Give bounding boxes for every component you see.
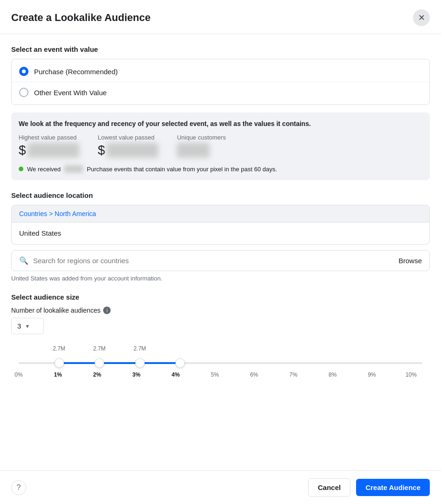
slider-track-container xyxy=(19,358,422,368)
browse-button[interactable]: Browse xyxy=(399,257,422,265)
lowest-label: Lowest value passed xyxy=(98,134,159,141)
help-button[interactable]: ? xyxy=(11,480,26,495)
received-row: We received Purchase events that contain… xyxy=(19,165,422,173)
unique-value xyxy=(177,143,226,158)
lowest-dollar: $ xyxy=(98,143,105,158)
pct-6: 6% xyxy=(250,371,258,378)
slider-section: 2.7M 2.7M 2.7M 0 xyxy=(11,345,430,378)
location-title: Select audience location xyxy=(11,191,430,199)
close-button[interactable]: ✕ xyxy=(413,9,430,26)
pct-0: 0% xyxy=(14,371,22,378)
audience-size-section: Select audience size Number of lookalike… xyxy=(11,293,430,378)
modal-footer: ? Cancel Create Audience xyxy=(0,470,441,504)
highest-blurred xyxy=(28,143,79,158)
breadcrumb-sep: > xyxy=(49,210,53,217)
slider-track xyxy=(19,362,422,364)
slider-top-label-3: 2.7M xyxy=(133,345,146,352)
pct-10: 10% xyxy=(406,371,417,378)
metric-lowest: Lowest value passed $ xyxy=(98,134,159,158)
pct-2: 2% xyxy=(93,371,101,378)
number-dropdown[interactable]: 3 ▼ xyxy=(11,318,44,334)
search-icon: 🔍 xyxy=(19,256,28,265)
dropdown-value: 3 xyxy=(17,322,21,330)
metrics-row: Highest value passed $ Lowest value pass… xyxy=(19,134,422,158)
event-section-title: Select an event with value xyxy=(11,45,430,53)
location-note: United States was added from your accoun… xyxy=(11,275,430,282)
green-dot-icon xyxy=(19,167,23,171)
option-other-label: Other Event With Value xyxy=(34,89,107,97)
slider-top-label-1: 2.7M xyxy=(53,345,65,352)
radio-purchase-circle xyxy=(19,67,28,76)
highest-label: Highest value passed xyxy=(19,134,79,141)
pct-9: 9% xyxy=(368,371,376,378)
pct-3: 3% xyxy=(133,371,140,378)
received-suffix: Purchase events that contain value from … xyxy=(87,166,277,173)
metric-unique: Unique customers xyxy=(177,134,226,158)
chevron-down-icon: ▼ xyxy=(25,323,30,329)
option-purchase-label: Purchase (Recommended) xyxy=(34,68,118,76)
location-section: Select audience location Countries > Nor… xyxy=(11,191,430,282)
modal-title: Create a Lookalike Audience xyxy=(11,12,151,24)
slider-thumb-3[interactable] xyxy=(135,358,145,368)
pct-7: 7% xyxy=(289,371,297,378)
slider-top-labels: 2.7M 2.7M 2.7M xyxy=(19,345,422,357)
search-input[interactable] xyxy=(33,257,394,265)
modal-header: Create a Lookalike Audience ✕ xyxy=(0,0,441,34)
info-box-text: We look at the frequency and recency of … xyxy=(19,120,422,127)
create-audience-button[interactable]: Create Audience xyxy=(356,479,430,496)
cancel-button[interactable]: Cancel xyxy=(308,478,350,497)
option-purchase[interactable]: Purchase (Recommended) xyxy=(12,61,429,82)
received-prefix: We received xyxy=(27,166,61,173)
size-section-title: Select audience size xyxy=(11,293,430,301)
unique-blurred xyxy=(177,143,210,158)
slider-bottom-labels: 0% 1% 2% 3% 4% 5% 6% 7% 8% 9% 10% xyxy=(19,371,422,378)
modal-body: Select an event with value Purchase (Rec… xyxy=(0,34,441,470)
unique-label: Unique customers xyxy=(177,134,226,141)
lowest-value: $ xyxy=(98,143,159,158)
breadcrumb-bar: Countries > North America xyxy=(11,205,430,223)
selected-location-text: United States xyxy=(19,229,61,237)
lowest-blurred xyxy=(107,143,158,158)
selected-location-box: United States xyxy=(11,223,430,245)
search-bar[interactable]: 🔍 Browse xyxy=(11,250,430,271)
pct-4: 4% xyxy=(172,371,180,378)
info-box: We look at the frequency and recency of … xyxy=(11,112,430,180)
pct-1: 1% xyxy=(54,371,62,378)
slider-thumb-1[interactable] xyxy=(55,358,64,368)
received-count-blurred xyxy=(64,165,83,173)
metric-highest: Highest value passed $ xyxy=(19,134,79,158)
breadcrumb-countries[interactable]: Countries xyxy=(19,210,47,217)
pct-5: 5% xyxy=(211,371,219,378)
slider-thumb-4[interactable] xyxy=(175,358,185,368)
breadcrumb-region[interactable]: North America xyxy=(55,210,96,217)
event-radio-box: Purchase (Recommended) Other Event With … xyxy=(11,59,430,105)
radio-other-circle xyxy=(19,88,28,97)
highest-value: $ xyxy=(19,143,79,158)
audience-count-label: Number of lookalike audiences i xyxy=(11,307,430,314)
slider-fill xyxy=(59,362,181,364)
slider-top-label-2: 2.7M xyxy=(93,345,106,352)
count-label-text: Number of lookalike audiences xyxy=(11,307,100,314)
info-icon[interactable]: i xyxy=(103,307,111,314)
modal: Create a Lookalike Audience ✕ Select an … xyxy=(0,0,441,504)
option-other[interactable]: Other Event With Value xyxy=(12,82,429,103)
pct-8: 8% xyxy=(329,371,336,378)
highest-dollar: $ xyxy=(19,143,26,158)
slider-thumb-2[interactable] xyxy=(95,358,104,368)
